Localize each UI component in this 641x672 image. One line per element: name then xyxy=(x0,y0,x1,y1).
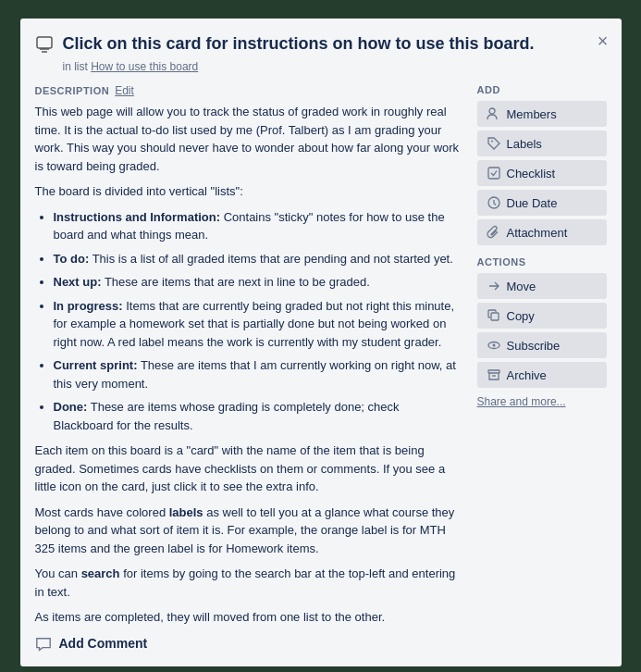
copy-icon xyxy=(487,308,501,323)
due-date-icon xyxy=(487,195,501,210)
card-icon xyxy=(35,35,54,56)
due-date-label: Due Date xyxy=(507,196,558,210)
card-title: Click on this card for instructions on h… xyxy=(63,33,535,55)
list-link[interactable]: How to use this board xyxy=(91,60,198,73)
main-content: Description Edit This web page will allo… xyxy=(35,84,462,666)
description-text: This web page will allow you to track th… xyxy=(35,103,462,627)
checklist-icon xyxy=(487,166,501,180)
card-modal: × Click on this card for instructions on… xyxy=(20,19,622,666)
description-para-5: You can search for items by going to the… xyxy=(35,565,462,601)
copy-label: Copy xyxy=(507,309,535,323)
copy-button[interactable]: Copy xyxy=(477,303,607,329)
subscribe-button[interactable]: Subscribe xyxy=(477,332,607,358)
add-comment-title: Add Comment xyxy=(59,636,148,651)
list-item-instructions: Instructions and Information: Contains "… xyxy=(54,208,462,244)
modal-header: Click on this card for instructions on h… xyxy=(35,33,607,56)
subscribe-label: Subscribe xyxy=(507,339,561,353)
add-section-title: Add xyxy=(477,84,607,95)
subscribe-icon xyxy=(487,338,501,353)
move-button[interactable]: Move xyxy=(477,273,607,299)
description-para-2: The board is divided into vertical "list… xyxy=(35,182,462,201)
checklist-button[interactable]: Checklist xyxy=(477,160,607,186)
archive-button[interactable]: Archive xyxy=(477,362,607,388)
svg-rect-14 xyxy=(491,313,499,320)
svg-rect-17 xyxy=(488,370,499,373)
edit-description-link[interactable]: Edit xyxy=(115,84,134,97)
archive-icon xyxy=(487,367,501,382)
members-button[interactable]: Members xyxy=(477,101,607,127)
members-label: Members xyxy=(507,107,557,121)
description-para-1: This web page will allow you to track th… xyxy=(35,103,462,175)
description-para-6: As items are completed, they will moved … xyxy=(35,608,462,627)
list-item-done: Done: These are items whose grading is c… xyxy=(54,398,462,434)
share-more-button[interactable]: Share and more... xyxy=(477,395,566,408)
checklist-label: Checklist xyxy=(507,167,556,180)
due-date-button[interactable]: Due Date xyxy=(477,190,607,216)
svg-rect-12 xyxy=(488,168,499,179)
list-item-todo: To do: This is a list of all graded item… xyxy=(54,250,462,268)
attachment-icon xyxy=(487,225,501,240)
members-icon xyxy=(487,106,501,121)
move-icon xyxy=(487,279,501,293)
card-subtitle: in list How to use this board xyxy=(63,60,607,73)
archive-label: Archive xyxy=(507,368,547,382)
labels-icon xyxy=(487,136,501,151)
comment-header: Add Comment xyxy=(35,636,462,656)
description-para-4: Most cards have colored labels as well t… xyxy=(35,504,462,558)
modal-body: Description Edit This web page will allo… xyxy=(35,84,607,666)
svg-point-16 xyxy=(492,344,495,347)
actions-section-title: Actions xyxy=(477,256,607,268)
modal-overlay: × Click on this card for instructions on… xyxy=(0,0,641,672)
svg-point-10 xyxy=(489,108,495,114)
close-button[interactable]: × xyxy=(594,28,612,54)
list-item-nextup: Next up: These are items that are next i… xyxy=(54,273,462,292)
move-label: Move xyxy=(507,280,536,293)
svg-rect-0 xyxy=(37,37,52,48)
svg-point-11 xyxy=(491,141,493,143)
labels-button[interactable]: Labels xyxy=(477,131,607,156)
list-item-inprogress: In progress: Items that are currently be… xyxy=(54,297,462,352)
list-item-currentsprint: Current sprint: These are items that I a… xyxy=(54,356,462,392)
description-list: Instructions and Information: Contains "… xyxy=(54,208,462,435)
comment-header-icon xyxy=(35,636,52,655)
labels-label: Labels xyxy=(507,137,542,151)
attachment-label: Attachment xyxy=(507,226,568,240)
description-para-3: Each item on this board is a "card" with… xyxy=(35,442,462,496)
sidebar: Add Members xyxy=(477,84,607,666)
description-section-label: Description Edit xyxy=(35,84,462,97)
attachment-button[interactable]: Attachment xyxy=(477,219,607,245)
